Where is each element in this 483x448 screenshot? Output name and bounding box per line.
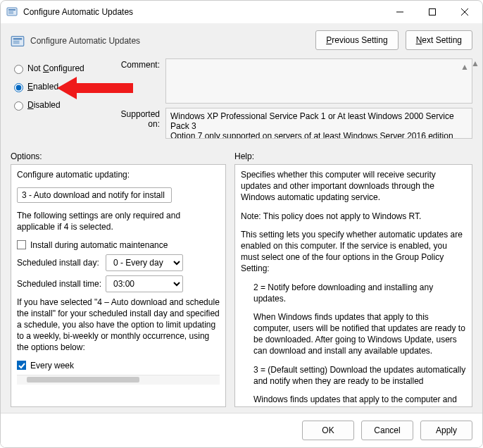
cancel-button[interactable]: Cancel	[361, 421, 413, 440]
ok-button[interactable]: OK	[302, 421, 354, 440]
options-note: The following settings are only required…	[17, 210, 220, 232]
svg-rect-5	[429, 9, 436, 15]
dialog-window: Configure Automatic Updates Configure Au…	[0, 0, 483, 448]
every-week-checkbox[interactable]: Every week	[17, 361, 220, 371]
apply-button[interactable]: Apply	[420, 421, 472, 440]
options-label: Options:	[11, 151, 234, 161]
header: Configure Automatic Updates Previous Set…	[1, 23, 482, 56]
svg-rect-11	[13, 42, 20, 44]
comment-label: Comment:	[109, 58, 165, 104]
svg-rect-10	[13, 41, 20, 42]
radio-enabled[interactable]: Enabled	[11, 78, 109, 95]
help-text: Windows finds updates that apply to the …	[241, 394, 466, 405]
svg-rect-1	[8, 9, 15, 11]
install-during-maintenance-checkbox[interactable]: Install during automatic maintenance	[17, 240, 220, 250]
help-text: Specifies whether this computer will rec…	[241, 169, 466, 204]
help-label: Help:	[234, 151, 254, 161]
help-text: Note: This policy does not apply to Wind…	[241, 211, 466, 222]
radio-not-configured[interactable]: Not Configured	[11, 60, 109, 77]
supported-text: Windows XP Professional Service Pack 1 o…	[165, 108, 472, 139]
configure-updating-label: Configure automatic updating:	[17, 169, 220, 180]
header-title: Configure Automatic Updates	[30, 30, 315, 46]
policy-icon	[6, 6, 18, 18]
titlebar: Configure Automatic Updates	[1, 1, 482, 23]
previous-setting-button[interactable]: Previous Setting	[315, 30, 398, 50]
install-time-label: Scheduled install time:	[17, 279, 106, 289]
svg-rect-2	[8, 11, 13, 13]
svg-rect-9	[13, 38, 23, 40]
policy-icon	[11, 35, 25, 49]
horizontal-scrollbar[interactable]	[17, 375, 220, 385]
help-text: 2 = Notify before downloading and instal…	[241, 282, 466, 304]
help-text: This setting lets you specify whether au…	[241, 229, 466, 275]
comment-textarea[interactable]: ▲	[165, 58, 472, 104]
install-time-select[interactable]: 03:00	[106, 275, 183, 292]
help-text: When Windows finds updates that apply to…	[241, 311, 466, 357]
configure-updating-select[interactable]: 3 - Auto download and notify for install	[17, 187, 172, 203]
maximize-button[interactable]	[416, 1, 448, 23]
install-day-select[interactable]: 0 - Every day	[106, 254, 183, 271]
help-text: 3 = (Default setting) Download the updat…	[241, 364, 466, 387]
install-day-label: Scheduled install day:	[17, 258, 106, 268]
supported-label: Supported on:	[109, 108, 165, 139]
next-setting-button[interactable]: Next Setting	[406, 30, 472, 50]
state-radios: Not Configured Enabled Disabled	[11, 58, 109, 115]
options-panel: Configure automatic updating: 3 - Auto d…	[11, 164, 226, 407]
schedule-note: If you have selected "4 – Auto download …	[17, 297, 220, 354]
dialog-footer: OK Cancel Apply	[1, 413, 482, 447]
state-row: Not Configured Enabled Disabled Comment:…	[1, 56, 482, 144]
scroll-up-icon: ▲	[460, 62, 469, 72]
radio-disabled[interactable]: Disabled	[11, 97, 109, 113]
svg-rect-3	[8, 13, 13, 14]
minimize-button[interactable]	[384, 1, 416, 23]
close-button[interactable]	[448, 1, 481, 23]
help-panel: Specifies whether this computer will rec…	[234, 164, 472, 407]
window-title: Configure Automatic Updates	[23, 7, 384, 17]
